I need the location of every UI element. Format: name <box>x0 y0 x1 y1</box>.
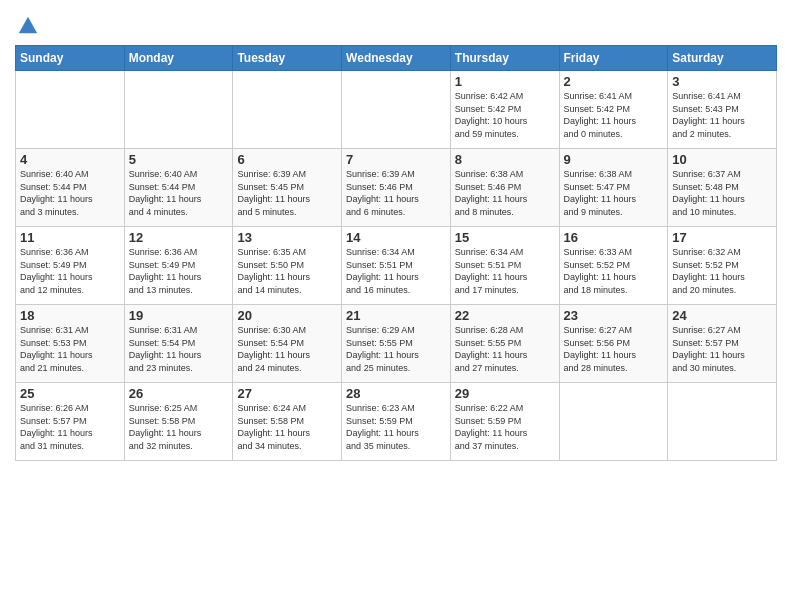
day-cell: 20Sunrise: 6:30 AM Sunset: 5:54 PM Dayli… <box>233 305 342 383</box>
weekday-saturday: Saturday <box>668 46 777 71</box>
day-number: 16 <box>564 230 664 245</box>
week-row-5: 25Sunrise: 6:26 AM Sunset: 5:57 PM Dayli… <box>16 383 777 461</box>
day-info: Sunrise: 6:29 AM Sunset: 5:55 PM Dayligh… <box>346 324 446 374</box>
day-number: 11 <box>20 230 120 245</box>
day-number: 18 <box>20 308 120 323</box>
day-info: Sunrise: 6:31 AM Sunset: 5:53 PM Dayligh… <box>20 324 120 374</box>
day-cell: 3Sunrise: 6:41 AM Sunset: 5:43 PM Daylig… <box>668 71 777 149</box>
day-info: Sunrise: 6:32 AM Sunset: 5:52 PM Dayligh… <box>672 246 772 296</box>
day-number: 13 <box>237 230 337 245</box>
day-info: Sunrise: 6:25 AM Sunset: 5:58 PM Dayligh… <box>129 402 229 452</box>
day-number: 25 <box>20 386 120 401</box>
logo-icon <box>17 15 39 37</box>
day-number: 8 <box>455 152 555 167</box>
day-number: 26 <box>129 386 229 401</box>
day-cell: 17Sunrise: 6:32 AM Sunset: 5:52 PM Dayli… <box>668 227 777 305</box>
day-number: 19 <box>129 308 229 323</box>
week-row-4: 18Sunrise: 6:31 AM Sunset: 5:53 PM Dayli… <box>16 305 777 383</box>
weekday-wednesday: Wednesday <box>342 46 451 71</box>
day-info: Sunrise: 6:35 AM Sunset: 5:50 PM Dayligh… <box>237 246 337 296</box>
day-number: 22 <box>455 308 555 323</box>
day-cell: 4Sunrise: 6:40 AM Sunset: 5:44 PM Daylig… <box>16 149 125 227</box>
day-cell: 29Sunrise: 6:22 AM Sunset: 5:59 PM Dayli… <box>450 383 559 461</box>
day-number: 17 <box>672 230 772 245</box>
weekday-tuesday: Tuesday <box>233 46 342 71</box>
day-info: Sunrise: 6:26 AM Sunset: 5:57 PM Dayligh… <box>20 402 120 452</box>
day-info: Sunrise: 6:34 AM Sunset: 5:51 PM Dayligh… <box>455 246 555 296</box>
day-cell <box>124 71 233 149</box>
day-cell: 13Sunrise: 6:35 AM Sunset: 5:50 PM Dayli… <box>233 227 342 305</box>
day-cell: 23Sunrise: 6:27 AM Sunset: 5:56 PM Dayli… <box>559 305 668 383</box>
day-number: 14 <box>346 230 446 245</box>
day-info: Sunrise: 6:27 AM Sunset: 5:57 PM Dayligh… <box>672 324 772 374</box>
day-cell: 21Sunrise: 6:29 AM Sunset: 5:55 PM Dayli… <box>342 305 451 383</box>
day-info: Sunrise: 6:38 AM Sunset: 5:46 PM Dayligh… <box>455 168 555 218</box>
day-info: Sunrise: 6:36 AM Sunset: 5:49 PM Dayligh… <box>129 246 229 296</box>
weekday-thursday: Thursday <box>450 46 559 71</box>
day-cell: 6Sunrise: 6:39 AM Sunset: 5:45 PM Daylig… <box>233 149 342 227</box>
day-cell: 16Sunrise: 6:33 AM Sunset: 5:52 PM Dayli… <box>559 227 668 305</box>
day-cell: 25Sunrise: 6:26 AM Sunset: 5:57 PM Dayli… <box>16 383 125 461</box>
day-cell: 19Sunrise: 6:31 AM Sunset: 5:54 PM Dayli… <box>124 305 233 383</box>
day-info: Sunrise: 6:40 AM Sunset: 5:44 PM Dayligh… <box>129 168 229 218</box>
day-number: 29 <box>455 386 555 401</box>
day-info: Sunrise: 6:40 AM Sunset: 5:44 PM Dayligh… <box>20 168 120 218</box>
day-cell: 2Sunrise: 6:41 AM Sunset: 5:42 PM Daylig… <box>559 71 668 149</box>
day-number: 12 <box>129 230 229 245</box>
day-info: Sunrise: 6:41 AM Sunset: 5:42 PM Dayligh… <box>564 90 664 140</box>
day-cell: 28Sunrise: 6:23 AM Sunset: 5:59 PM Dayli… <box>342 383 451 461</box>
day-number: 23 <box>564 308 664 323</box>
day-number: 2 <box>564 74 664 89</box>
day-cell: 18Sunrise: 6:31 AM Sunset: 5:53 PM Dayli… <box>16 305 125 383</box>
week-row-1: 1Sunrise: 6:42 AM Sunset: 5:42 PM Daylig… <box>16 71 777 149</box>
day-number: 21 <box>346 308 446 323</box>
day-cell: 15Sunrise: 6:34 AM Sunset: 5:51 PM Dayli… <box>450 227 559 305</box>
day-info: Sunrise: 6:39 AM Sunset: 5:46 PM Dayligh… <box>346 168 446 218</box>
day-info: Sunrise: 6:38 AM Sunset: 5:47 PM Dayligh… <box>564 168 664 218</box>
day-number: 28 <box>346 386 446 401</box>
day-number: 1 <box>455 74 555 89</box>
day-number: 20 <box>237 308 337 323</box>
weekday-header-row: SundayMondayTuesdayWednesdayThursdayFrid… <box>16 46 777 71</box>
page: SundayMondayTuesdayWednesdayThursdayFrid… <box>0 0 792 612</box>
day-info: Sunrise: 6:42 AM Sunset: 5:42 PM Dayligh… <box>455 90 555 140</box>
day-cell: 26Sunrise: 6:25 AM Sunset: 5:58 PM Dayli… <box>124 383 233 461</box>
weekday-monday: Monday <box>124 46 233 71</box>
day-cell: 7Sunrise: 6:39 AM Sunset: 5:46 PM Daylig… <box>342 149 451 227</box>
day-number: 9 <box>564 152 664 167</box>
day-info: Sunrise: 6:34 AM Sunset: 5:51 PM Dayligh… <box>346 246 446 296</box>
day-cell: 12Sunrise: 6:36 AM Sunset: 5:49 PM Dayli… <box>124 227 233 305</box>
weekday-friday: Friday <box>559 46 668 71</box>
day-info: Sunrise: 6:39 AM Sunset: 5:45 PM Dayligh… <box>237 168 337 218</box>
day-cell: 8Sunrise: 6:38 AM Sunset: 5:46 PM Daylig… <box>450 149 559 227</box>
day-cell: 10Sunrise: 6:37 AM Sunset: 5:48 PM Dayli… <box>668 149 777 227</box>
day-cell <box>233 71 342 149</box>
day-cell: 11Sunrise: 6:36 AM Sunset: 5:49 PM Dayli… <box>16 227 125 305</box>
day-info: Sunrise: 6:28 AM Sunset: 5:55 PM Dayligh… <box>455 324 555 374</box>
day-number: 4 <box>20 152 120 167</box>
week-row-2: 4Sunrise: 6:40 AM Sunset: 5:44 PM Daylig… <box>16 149 777 227</box>
day-info: Sunrise: 6:23 AM Sunset: 5:59 PM Dayligh… <box>346 402 446 452</box>
week-row-3: 11Sunrise: 6:36 AM Sunset: 5:49 PM Dayli… <box>16 227 777 305</box>
svg-marker-0 <box>19 17 37 34</box>
calendar-table: SundayMondayTuesdayWednesdayThursdayFrid… <box>15 45 777 461</box>
day-number: 10 <box>672 152 772 167</box>
day-number: 7 <box>346 152 446 167</box>
day-info: Sunrise: 6:37 AM Sunset: 5:48 PM Dayligh… <box>672 168 772 218</box>
day-info: Sunrise: 6:31 AM Sunset: 5:54 PM Dayligh… <box>129 324 229 374</box>
day-info: Sunrise: 6:30 AM Sunset: 5:54 PM Dayligh… <box>237 324 337 374</box>
day-cell: 27Sunrise: 6:24 AM Sunset: 5:58 PM Dayli… <box>233 383 342 461</box>
day-number: 24 <box>672 308 772 323</box>
weekday-sunday: Sunday <box>16 46 125 71</box>
day-number: 5 <box>129 152 229 167</box>
day-info: Sunrise: 6:33 AM Sunset: 5:52 PM Dayligh… <box>564 246 664 296</box>
day-cell <box>559 383 668 461</box>
day-info: Sunrise: 6:22 AM Sunset: 5:59 PM Dayligh… <box>455 402 555 452</box>
day-cell <box>342 71 451 149</box>
day-number: 15 <box>455 230 555 245</box>
day-number: 27 <box>237 386 337 401</box>
day-info: Sunrise: 6:41 AM Sunset: 5:43 PM Dayligh… <box>672 90 772 140</box>
day-number: 3 <box>672 74 772 89</box>
header <box>15 10 777 39</box>
day-cell: 24Sunrise: 6:27 AM Sunset: 5:57 PM Dayli… <box>668 305 777 383</box>
